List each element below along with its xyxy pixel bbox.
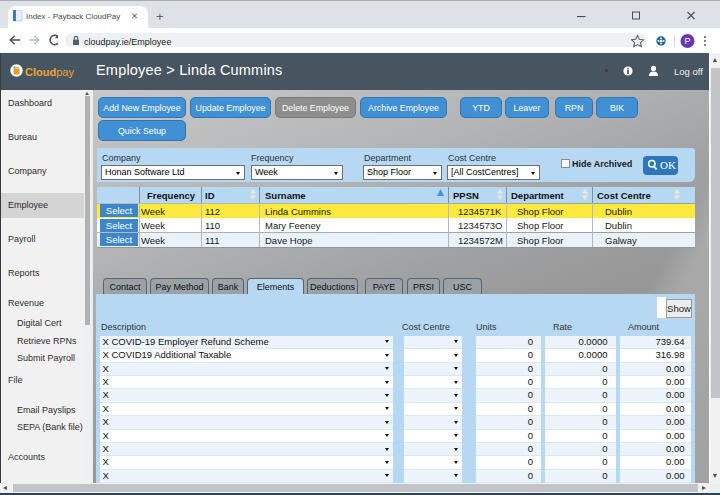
svg-text:P: P [684, 36, 690, 46]
